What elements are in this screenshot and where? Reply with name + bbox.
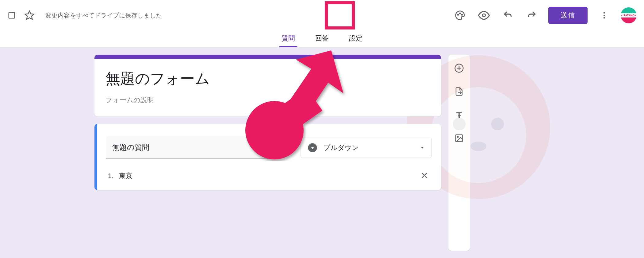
svg-marker-1 — [25, 11, 34, 19]
svg-point-7 — [604, 15, 605, 16]
form-title-input[interactable] — [105, 70, 430, 87]
question-header-row: プルダウン — [106, 136, 432, 159]
form-column: ⠿⠿ プルダウン 1. — [94, 55, 441, 251]
move-to-folder-button[interactable] — [7, 8, 16, 23]
undo-icon — [503, 10, 513, 20]
form-title-card[interactable] — [94, 55, 441, 116]
text-title-icon — [454, 110, 464, 119]
question-title-wrap — [106, 136, 269, 159]
dropdown-circle-icon — [308, 143, 317, 153]
side-toolbar — [448, 55, 470, 251]
svg-point-8 — [604, 17, 605, 19]
folder-icon — [7, 11, 16, 20]
avatar-label: < PATANO> — [621, 14, 636, 17]
add-question-button[interactable] — [452, 61, 466, 76]
form-description-input[interactable] — [105, 96, 430, 104]
svg-point-12 — [491, 118, 504, 131]
add-question-image-button[interactable] — [277, 140, 292, 155]
question-card[interactable]: ⠿⠿ プルダウン 1. — [94, 124, 441, 190]
add-circle-icon — [454, 63, 464, 73]
add-image-button[interactable] — [452, 131, 466, 146]
send-button[interactable]: 送信 — [548, 7, 588, 24]
header-right: 送信 < PATANO> — [453, 7, 637, 24]
redo-button[interactable] — [524, 8, 539, 23]
annotation-highlight-box — [325, 1, 355, 29]
svg-point-15 — [282, 146, 284, 147]
add-title-button[interactable] — [452, 108, 466, 122]
svg-point-2 — [458, 14, 458, 15]
tabs-bar: 質問 回答 設定 — [0, 31, 644, 47]
svg-point-26 — [457, 136, 458, 138]
customize-theme-button[interactable] — [453, 8, 467, 23]
redo-icon — [527, 10, 537, 20]
svg-point-3 — [460, 13, 461, 14]
more-options-button[interactable] — [597, 8, 611, 23]
header-bar: 変更内容をすべてドライブに保存しました 送信 < PATANO> — [0, 0, 644, 31]
option-text-input[interactable] — [119, 172, 412, 180]
palette-icon — [455, 10, 465, 21]
svg-point-4 — [462, 14, 462, 15]
save-status-text: 変更内容をすべてドライブに保存しました — [45, 11, 162, 20]
close-icon — [420, 171, 429, 180]
arrow-down-icon — [420, 145, 425, 150]
svg-rect-0 — [9, 13, 15, 18]
option-remove-button[interactable] — [417, 171, 432, 181]
tab-questions[interactable]: 質問 — [279, 31, 297, 47]
svg-point-13 — [470, 142, 486, 151]
svg-point-5 — [482, 14, 485, 17]
question-type-label: プルダウン — [324, 143, 414, 152]
import-file-icon — [454, 87, 464, 96]
svg-point-6 — [604, 12, 605, 14]
image-icon — [280, 143, 289, 153]
add-image-icon — [454, 134, 464, 143]
svg-point-10 — [431, 87, 526, 183]
preview-button[interactable] — [477, 8, 491, 23]
form-canvas: ⠿⠿ プルダウン 1. — [0, 47, 644, 258]
avatar[interactable]: < PATANO> — [621, 7, 637, 23]
star-button[interactable] — [22, 8, 37, 23]
tab-settings[interactable]: 設定 — [347, 31, 365, 47]
option-row: 1. — [106, 171, 432, 181]
question-type-selector[interactable]: プルダウン — [301, 138, 432, 158]
tab-responses[interactable]: 回答 — [313, 31, 331, 47]
drag-handle[interactable]: ⠿⠿ — [106, 131, 432, 133]
question-title-input[interactable] — [112, 143, 263, 152]
import-questions-button[interactable] — [452, 84, 466, 99]
undo-button[interactable] — [500, 8, 515, 23]
option-index: 1. — [108, 172, 113, 180]
star-icon — [24, 10, 35, 21]
more-vert-icon — [600, 11, 608, 20]
header-left: 変更内容をすべてドライブに保存しました — [7, 8, 162, 23]
svg-marker-18 — [421, 147, 424, 149]
eye-icon — [478, 10, 490, 21]
